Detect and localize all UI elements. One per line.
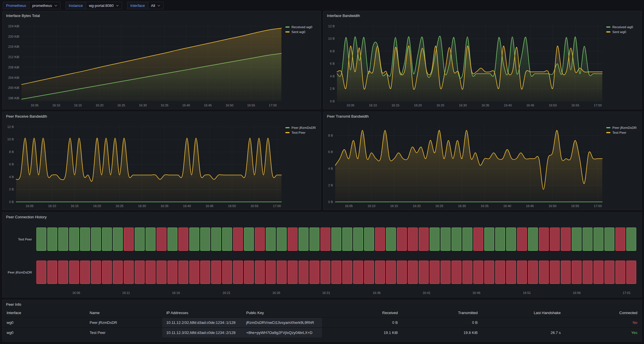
state-segment[interactable]	[310, 261, 319, 284]
state-segment[interactable]	[441, 261, 451, 284]
state-segment[interactable]	[386, 261, 396, 284]
state-segment[interactable]	[616, 261, 625, 284]
state-segment[interactable]	[179, 261, 188, 284]
state-segment[interactable]	[463, 228, 472, 251]
state-segment[interactable]	[288, 228, 297, 251]
state-segment[interactable]	[299, 228, 308, 251]
state-segment[interactable]	[146, 261, 155, 284]
state-segment[interactable]	[572, 261, 582, 284]
state-segment[interactable]	[299, 261, 308, 284]
state-segment[interactable]	[561, 228, 571, 251]
state-segment[interactable]	[430, 228, 440, 251]
state-segment[interactable]	[496, 228, 505, 251]
legend-item-peer-jrzmdsdr[interactable]: Peer jRzmDsDR	[285, 126, 318, 129]
state-segment[interactable]	[605, 261, 614, 284]
state-segment[interactable]	[474, 228, 483, 251]
state-segment[interactable]	[91, 228, 101, 251]
peer-receive-bandwidth-plot[interactable]: 0 B2 B4 B6 B8 B10 B12 B16:0516:1016:1516…	[5, 120, 283, 209]
column-header-interface[interactable]: Interface	[3, 308, 86, 318]
state-segment[interactable]	[408, 261, 418, 284]
state-segment[interactable]	[550, 261, 560, 284]
state-segment[interactable]	[452, 228, 462, 251]
legend-item-test-peer[interactable]: Test Peer	[285, 131, 318, 134]
state-segment[interactable]	[168, 228, 178, 251]
state-segment[interactable]	[157, 261, 167, 284]
state-segment[interactable]	[583, 261, 592, 284]
state-segment[interactable]	[419, 228, 429, 251]
datasource-dropdown[interactable]: prometheus	[29, 2, 60, 9]
state-segment[interactable]	[277, 261, 287, 284]
state-segment[interactable]	[266, 228, 276, 251]
state-segment[interactable]	[485, 261, 494, 284]
state-segment[interactable]	[102, 228, 112, 251]
state-segment[interactable]	[419, 261, 429, 284]
state-segment[interactable]	[124, 228, 134, 251]
state-segment[interactable]	[80, 228, 90, 251]
state-segment[interactable]	[626, 228, 636, 251]
state-segment[interactable]	[135, 228, 145, 251]
legend-item-peer-jrzmdsdr[interactable]: Peer jRzmDsDR	[606, 126, 639, 129]
state-segment[interactable]	[528, 261, 538, 284]
state-segment[interactable]	[233, 228, 243, 251]
state-segment[interactable]	[550, 228, 560, 251]
state-segment[interactable]	[463, 261, 472, 284]
instance-dropdown[interactable]: wg-portal:8080	[86, 2, 122, 9]
state-segment[interactable]	[244, 228, 254, 251]
state-segment[interactable]	[528, 228, 538, 251]
state-segment[interactable]	[353, 261, 363, 284]
state-segment[interactable]	[539, 228, 549, 251]
state-segment[interactable]	[124, 261, 134, 284]
state-segment[interactable]	[58, 228, 68, 251]
state-segment[interactable]	[190, 228, 199, 251]
interface-dropdown[interactable]: All	[148, 2, 163, 9]
legend-item-received-wg0[interactable]: Received wg0	[285, 25, 318, 29]
state-segment[interactable]	[605, 228, 614, 251]
column-header-ip-addresses[interactable]: IP Addresses	[162, 308, 242, 318]
state-segment[interactable]	[91, 261, 101, 284]
state-segment[interactable]	[364, 261, 374, 284]
state-segment[interactable]	[47, 228, 57, 251]
legend-item-test-peer[interactable]: Test Peer	[606, 131, 639, 134]
state-segment[interactable]	[430, 261, 440, 284]
column-header-transmitted[interactable]: Transmitted	[402, 308, 482, 318]
state-segment[interactable]	[211, 261, 221, 284]
state-segment[interactable]	[572, 228, 582, 251]
state-segment[interactable]	[277, 228, 287, 251]
state-segment[interactable]	[375, 228, 385, 251]
state-segment[interactable]	[222, 228, 232, 251]
interface-bytes-total-plot[interactable]: 196 KiB200 KiB204 KiB208 KiB212 KiB216 K…	[5, 20, 283, 108]
state-segment[interactable]	[168, 261, 178, 284]
state-segment[interactable]	[452, 261, 462, 284]
interface-bandwidth-plot[interactable]: 0 B2 B4 B6 B8 B10 B12 B16:0516:1016:1516…	[326, 20, 604, 108]
state-segment[interactable]	[506, 228, 516, 251]
column-header-connected[interactable]: Connected	[565, 308, 641, 318]
state-segment[interactable]	[375, 261, 385, 284]
state-segment[interactable]	[616, 228, 625, 251]
state-segment[interactable]	[222, 261, 232, 284]
state-segment[interactable]	[190, 261, 199, 284]
state-segment[interactable]	[321, 261, 330, 284]
state-segment[interactable]	[80, 261, 90, 284]
peer-transmit-bandwidth-plot[interactable]: 0 B2 B4 B6 B8 B16:0516:1016:1516:2016:25…	[326, 120, 604, 209]
column-header-received[interactable]: Received	[322, 308, 402, 318]
state-segment[interactable]	[342, 261, 352, 284]
column-header-last-handshake[interactable]: Last Handshake	[482, 308, 565, 318]
column-header-public-key[interactable]: Public Key	[242, 308, 322, 318]
state-segment[interactable]	[594, 228, 603, 251]
state-segment[interactable]	[321, 228, 330, 251]
state-segment[interactable]	[179, 228, 188, 251]
state-segment[interactable]	[517, 261, 527, 284]
state-segment[interactable]	[626, 261, 636, 284]
state-segment[interactable]	[353, 228, 363, 251]
state-segment[interactable]	[201, 228, 210, 251]
state-segment[interactable]	[506, 261, 516, 284]
state-segment[interactable]	[266, 261, 276, 284]
state-segment[interactable]	[517, 228, 527, 251]
state-segment[interactable]	[37, 261, 46, 284]
state-segment[interactable]	[37, 228, 46, 251]
state-segment[interactable]	[364, 228, 374, 251]
state-segment[interactable]	[157, 228, 167, 251]
state-segment[interactable]	[58, 261, 68, 284]
state-segment[interactable]	[539, 261, 549, 284]
state-segment[interactable]	[496, 261, 505, 284]
